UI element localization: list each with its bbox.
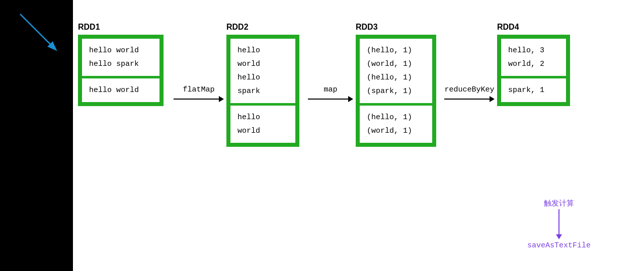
map-arrow-container: map (308, 85, 353, 102)
rdd4-box2: spark, 1 (501, 78, 566, 102)
rdd1-box2-line1: hello world (89, 83, 152, 97)
rdd3-box1-line2: (world, 1) (367, 57, 425, 71)
rdd3-box2: (hello, 1) (world, 1) (360, 106, 432, 143)
rdd3-column: RDD3 (hello, 1) (world, 1) (hello, 1) (s… (356, 23, 436, 147)
rdd1-column: RDD1 hello world hello spark hello world (78, 23, 164, 106)
rdd2-box2-line2: world (237, 124, 288, 138)
flatmap-arrow-container: flatMap (174, 85, 224, 102)
reducebykey-arrow-container: reduceByKey (444, 85, 495, 102)
svg-line-0 (20, 14, 55, 49)
rdd1-box1: hello world hello spark (82, 39, 159, 76)
rdd1-outer: hello world hello spark hello world (78, 35, 164, 106)
rdd4-outer: hello, 3 world, 2 spark, 1 (497, 35, 570, 106)
trigger-section: 触发计算 saveAsTextFile (527, 199, 591, 250)
rdd3-box2-line1: (hello, 1) (367, 111, 425, 124)
rdd4-label: RDD4 (497, 23, 570, 32)
rdd4-box1-line1: hello, 3 (508, 44, 559, 57)
map-label: map (324, 85, 337, 94)
reducebykey-arrow (444, 96, 495, 102)
vertical-arrow (556, 209, 562, 239)
rdd1-box1-line2: hello spark (89, 57, 152, 71)
flatmap-arrow (174, 96, 224, 102)
rdd1-label: RDD1 (78, 23, 164, 32)
blue-arrow-icon (15, 9, 65, 59)
rdd2-outer: hello world hello spark hello world (226, 35, 299, 147)
rdd3-label: RDD3 (356, 23, 436, 32)
rdd2-box1-line2: world (237, 57, 288, 71)
rdd2-box1-line4: spark (237, 84, 288, 98)
rdd4-box1: hello, 3 world, 2 (501, 39, 566, 76)
rdd2-column: RDD2 hello world hello spark hello world (226, 23, 299, 147)
rdd2-box1-line1: hello (237, 44, 288, 57)
rdd4-box1-line2: world, 2 (508, 57, 559, 71)
rdd3-outer: (hello, 1) (world, 1) (hello, 1) (spark,… (356, 35, 436, 147)
rdd2-box2-line1: hello (237, 111, 288, 124)
rdd3-box1-line3: (hello, 1) (367, 71, 425, 84)
rdd2-box1: hello world hello spark (230, 39, 295, 103)
map-arrow (308, 96, 353, 102)
trigger-label: 触发计算 (544, 199, 574, 208)
rdd2-label: RDD2 (226, 23, 299, 32)
rdd4-column: RDD4 hello, 3 world, 2 spark, 1 (497, 23, 570, 106)
rdd3-box1-line4: (spark, 1) (367, 84, 425, 98)
save-label: saveAsTextFile (527, 241, 591, 250)
rdd1-box1-line1: hello world (89, 44, 152, 57)
flatmap-label: flatMap (183, 85, 214, 94)
rdd2-box2: hello world (230, 106, 295, 143)
rdd4-box2-line1: spark, 1 (508, 83, 559, 97)
rdd3-box1-line1: (hello, 1) (367, 44, 425, 57)
reducebykey-label: reduceByKey (444, 85, 494, 94)
rdd2-box1-line3: hello (237, 71, 288, 84)
rdd3-box2-line2: (world, 1) (367, 124, 425, 138)
rdd1-box2: hello world (82, 78, 159, 102)
rdd3-box1: (hello, 1) (world, 1) (hello, 1) (spark,… (360, 39, 432, 103)
